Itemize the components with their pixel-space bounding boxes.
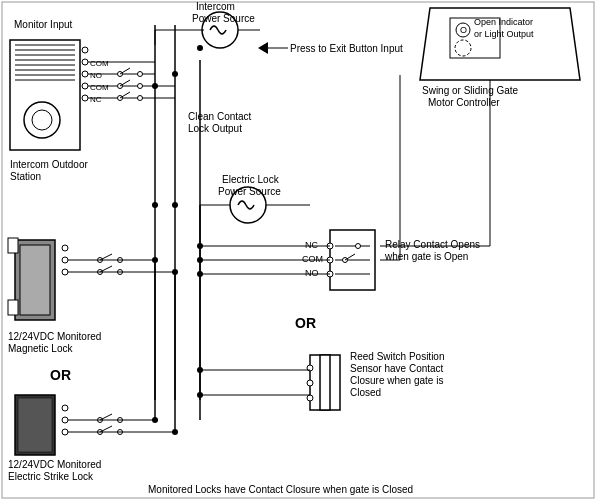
svg-text:OR: OR [50,367,71,383]
svg-text:Station: Station [10,171,41,182]
svg-point-83 [62,429,68,435]
svg-rect-78 [18,398,52,452]
svg-text:OR: OR [295,315,316,331]
svg-text:NO: NO [90,71,102,80]
svg-text:Reed Switch Position: Reed Switch Position [350,351,445,362]
svg-text:O: O [460,25,467,35]
svg-point-147 [197,45,203,51]
svg-point-44 [138,84,143,89]
svg-text:or Light Output: or Light Output [474,29,534,39]
svg-text:COM: COM [90,83,109,92]
svg-point-14 [82,59,88,65]
svg-rect-59 [8,238,18,253]
svg-text:COM: COM [90,59,109,68]
svg-text:Lock Output: Lock Output [188,123,242,134]
svg-point-65 [62,269,68,275]
svg-text:Electric Strike Lock: Electric Strike Lock [8,471,94,482]
svg-point-145 [152,83,158,89]
svg-text:COM: COM [302,254,323,264]
svg-rect-60 [8,300,18,315]
svg-text:NC: NC [305,240,318,250]
svg-rect-58 [20,245,50,315]
svg-point-63 [62,245,68,251]
svg-point-16 [82,83,88,89]
svg-point-41 [138,72,143,77]
svg-rect-117 [320,355,330,410]
svg-text:Intercom Outdoor: Intercom Outdoor [10,159,88,170]
svg-text:Press to Exit Button Input: Press to Exit Button Input [290,43,403,54]
wiring-diagram: Monitor Input COM NO COM NC Intercom Out… [0,0,596,500]
svg-point-47 [138,96,143,101]
svg-point-64 [62,257,68,263]
svg-point-17 [82,95,88,101]
svg-point-82 [62,417,68,423]
svg-text:Electric Lock: Electric Lock [222,174,280,185]
svg-text:Closure when gate is: Closure when gate is [350,375,443,386]
svg-text:Power Source: Power Source [192,13,255,24]
svg-text:Clean Contact: Clean Contact [188,111,252,122]
svg-text:Intercom: Intercom [196,1,235,12]
svg-text:NC: NC [90,95,102,104]
svg-point-11 [32,110,52,130]
svg-text:Monitored Locks have Contact C: Monitored Locks have Contact Closure whe… [148,484,413,495]
svg-text:12/24VDC Monitored: 12/24VDC Monitored [8,331,101,342]
svg-point-81 [62,405,68,411]
svg-text:Closed: Closed [350,387,381,398]
svg-point-106 [356,244,361,249]
svg-text:Magnetic Lock: Magnetic Lock [8,343,73,354]
svg-text:12/24VDC Monitored: 12/24VDC Monitored [8,459,101,470]
svg-text:Relay Contact Opens: Relay Contact Opens [385,239,480,250]
svg-text:Open Indicator: Open Indicator [474,17,533,27]
svg-text:Monitor Input: Monitor Input [14,19,73,30]
svg-text:Power Source: Power Source [218,186,281,197]
svg-point-146 [172,71,178,77]
svg-point-149 [172,202,178,208]
svg-text:Swing or Sliding Gate: Swing or Sliding Gate [422,85,519,96]
svg-point-13 [82,47,88,53]
svg-point-15 [82,71,88,77]
svg-point-132 [455,40,471,56]
svg-text:Sensor have Contact: Sensor have Contact [350,363,444,374]
svg-point-148 [152,202,158,208]
svg-point-119 [307,380,313,386]
svg-point-120 [307,395,313,401]
svg-text:NO: NO [305,268,319,278]
